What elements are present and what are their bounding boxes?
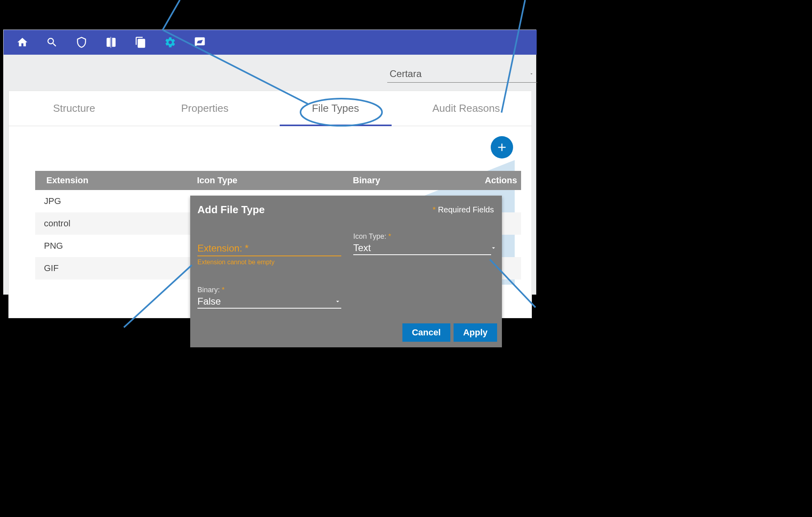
compare-icon[interactable] bbox=[96, 30, 126, 55]
icon-type-field[interactable]: Icon Type: * Text bbox=[353, 232, 497, 255]
apply-button[interactable]: Apply bbox=[454, 323, 497, 342]
dialog-title: Add File Type bbox=[197, 204, 265, 216]
svg-line-1 bbox=[163, 0, 180, 30]
extension-field[interactable]: Extension: * Extension cannot be empty bbox=[197, 243, 341, 266]
binary-label: Binary: * bbox=[197, 286, 341, 294]
required-fields-label: * Required Fields bbox=[433, 205, 494, 214]
th-actions: Actions bbox=[473, 175, 521, 186]
binary-value: False bbox=[197, 296, 221, 307]
cell-extension: PNG bbox=[35, 241, 197, 251]
organization-name: Certara bbox=[390, 68, 422, 79]
nav-bar bbox=[4, 30, 537, 55]
feedback-icon[interactable] bbox=[185, 30, 215, 55]
th-binary: Binary bbox=[353, 175, 473, 186]
dialog-buttons: Cancel Apply bbox=[402, 323, 497, 342]
search-icon[interactable] bbox=[37, 30, 67, 55]
chevron-down-icon bbox=[490, 244, 497, 252]
cell-extension: GIF bbox=[35, 263, 197, 273]
extension-error: Extension cannot be empty bbox=[197, 259, 341, 266]
tab-file-types[interactable]: File Types bbox=[270, 91, 401, 126]
add-file-type-button[interactable] bbox=[491, 136, 513, 158]
binary-field[interactable]: Binary: * False bbox=[197, 286, 341, 309]
chevron-down-icon bbox=[334, 298, 341, 305]
tab-audit-reasons[interactable]: Audit Reasons bbox=[401, 91, 531, 126]
add-file-type-dialog: Add File Type * Required Fields Extensio… bbox=[190, 196, 502, 347]
cell-extension: JPG bbox=[35, 196, 197, 206]
th-extension: Extension bbox=[35, 175, 197, 186]
table-header: Extension Icon Type Binary Actions bbox=[35, 171, 521, 190]
tab-structure[interactable]: Structure bbox=[9, 91, 139, 126]
tab-properties[interactable]: Properties bbox=[139, 91, 270, 126]
gear-icon[interactable] bbox=[155, 30, 185, 55]
th-icon-type: Icon Type bbox=[197, 175, 353, 186]
icon-type-label: Icon Type: * bbox=[353, 232, 497, 241]
copy-icon[interactable] bbox=[126, 30, 155, 55]
tab-bar: Structure Properties File Types Audit Re… bbox=[9, 91, 531, 126]
chevron-down-icon bbox=[528, 71, 535, 76]
icon-type-value: Text bbox=[353, 242, 371, 254]
organization-select[interactable]: Certara bbox=[387, 67, 537, 83]
shield-icon[interactable] bbox=[67, 30, 96, 55]
cell-extension: control bbox=[35, 218, 197, 229]
cancel-button[interactable]: Cancel bbox=[402, 323, 450, 342]
extension-label: Extension: * bbox=[197, 243, 341, 254]
home-icon[interactable] bbox=[8, 30, 37, 55]
